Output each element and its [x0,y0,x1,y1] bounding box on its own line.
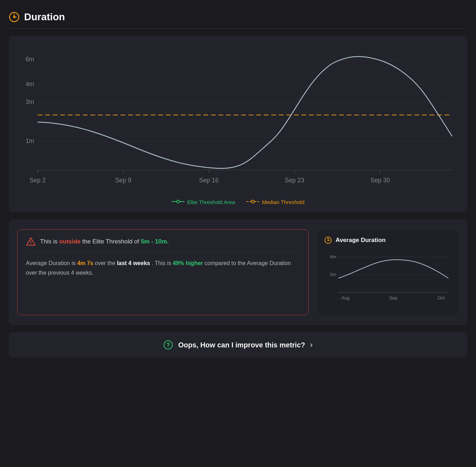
svg-text:1m: 1m [26,137,34,144]
elite-threshold-icon [172,199,184,205]
svg-text:Sep 16: Sep 16 [199,177,218,184]
median-threshold-icon [247,199,259,205]
median-label: Median Threshold [262,199,305,205]
svg-text:Sep 23: Sep 23 [285,177,304,184]
svg-point-29 [251,200,254,203]
improve-button[interactable]: ? Oops, How can I improve this metric? › [9,332,467,358]
duration-value: 4m 7s [77,260,93,266]
svg-text:Aug: Aug [341,295,349,301]
percentage-text: 49% higher [173,260,203,266]
svg-text:Sep 9: Sep 9 [115,177,131,184]
svg-text:?: ? [166,342,170,348]
svg-text:2m: 2m [330,272,336,277]
mini-card-header: Average Duration [324,236,452,244]
svg-text:Oct: Oct [438,295,445,301]
svg-text:!: ! [30,240,32,245]
duration-icon [9,11,20,23]
alert-body: Average Duration is 4m 7s over the last … [26,258,300,278]
main-chart-container: 6m 4m 3m 1m Sep 2 Sep 9 Sep 16 Sep 23 Se… [17,46,459,195]
svg-text:4m: 4m [330,254,336,259]
main-chart-svg: 6m 4m 3m 1m Sep 2 Sep 9 Sep 16 Sep 23 Se… [17,46,459,195]
chart-legend: Elite Threshold Area Median Threshold [17,199,459,205]
question-circle-icon: ? [163,340,173,350]
outside-text: outside [59,238,81,245]
svg-point-26 [177,200,179,203]
legend-median: Median Threshold [247,199,305,205]
mini-chart-svg: 4m 2m Aug Sep Oct [324,250,452,307]
mini-card-title: Average Duration [336,237,386,244]
legend-elite: Elite Threshold Area [172,199,235,205]
svg-text:3m: 3m [26,98,34,105]
mini-duration-icon [324,236,332,244]
alert-main-text: This is outside the Elite Threshold of 5… [40,238,169,245]
svg-text:Sep 2: Sep 2 [29,177,45,184]
page-title: Duration [24,11,65,23]
elite-label: Elite Threshold Area [187,199,235,205]
svg-text:6m: 6m [26,56,34,63]
mini-chart-card: Average Duration 4m 2m Aug Sep Oct [317,229,459,315]
svg-text:Sep: Sep [389,295,397,301]
main-chart-card: 6m 4m 3m 1m Sep 2 Sep 9 Sep 16 Sep 23 Se… [9,36,467,212]
bottom-section: ! This is outside the Elite Threshold of… [9,219,467,325]
svg-text:4m: 4m [26,81,34,88]
header-divider [9,28,467,29]
page-header: Duration [9,7,467,28]
alert-card: ! This is outside the Elite Threshold of… [17,229,309,315]
weeks-bold: last 4 weeks [117,260,150,266]
chevron-right-icon: › [310,340,312,350]
threshold-range: 5m - 10m. [141,238,168,245]
alert-header: ! This is outside the Elite Threshold of… [26,237,300,253]
warning-icon: ! [26,237,36,247]
improve-label: Oops, How can I improve this metric? [178,341,305,349]
svg-text:Sep 30: Sep 30 [370,177,390,184]
